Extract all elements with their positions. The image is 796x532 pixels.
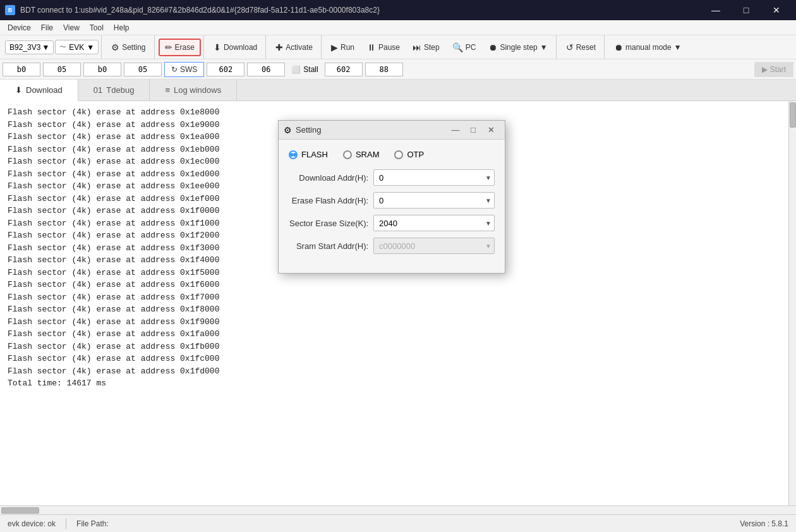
close-button[interactable]: ✕ xyxy=(762,0,791,20)
evk-dropdown[interactable]: 〜 EVK ▼ xyxy=(55,40,99,54)
radio-otp[interactable]: OTP xyxy=(394,150,424,159)
sector-erase-size-arrow[interactable]: ▼ xyxy=(485,220,491,227)
menu-file[interactable]: File xyxy=(36,22,58,33)
tab-download[interactable]: ⬇ Download xyxy=(0,80,78,101)
reg-field-0[interactable]: b0 xyxy=(3,63,40,76)
radio-flash[interactable]: FLASH xyxy=(289,150,328,159)
dialog-minimize-button[interactable]: — xyxy=(447,123,464,138)
tab-tdebug[interactable]: 01 Tdebug xyxy=(78,80,150,100)
log-line: Flash sector (4k) erase at address 0x1f7… xyxy=(8,291,781,304)
dialog-title-bar: ⚙ Setting — □ ✕ xyxy=(279,121,505,140)
manual-mode-arrow: ▼ xyxy=(674,43,682,52)
radio-otp-label: OTP xyxy=(407,150,424,159)
erase-flash-addr-row: Erase Flash Addr(H): ▼ xyxy=(289,192,495,209)
setting-label: Setting xyxy=(122,43,145,52)
log-line: Flash sector (4k) erase at address 0x1fd… xyxy=(8,365,781,378)
tab-log-windows[interactable]: ≡ Log windows xyxy=(150,80,237,100)
log-line: Flash sector (4k) erase at address 0x1f6… xyxy=(8,279,781,291)
log-line: Flash sector (4k) erase at address 0x1f8… xyxy=(8,303,781,316)
reset-icon: ↺ xyxy=(566,42,574,52)
radio-sram-label: SRAM xyxy=(356,150,380,159)
erase-flash-addr-label: Erase Flash Addr(H): xyxy=(289,196,373,205)
erase-flash-addr-input-wrap: ▼ xyxy=(373,192,495,209)
radio-sram-circle xyxy=(343,150,352,159)
download-tab-icon: ⬇ xyxy=(15,85,22,95)
footer: evk device: ok File Path: Version : 5.8.… xyxy=(0,514,796,532)
step-button[interactable]: ⏭ Step xyxy=(407,39,445,56)
evk-dropdown-arrow: ▼ xyxy=(87,43,94,52)
scrollbar-thumb[interactable] xyxy=(790,102,796,128)
download-addr-arrow[interactable]: ▼ xyxy=(485,174,491,181)
reg-field-5[interactable]: 602 xyxy=(207,63,244,76)
download-addr-input[interactable] xyxy=(379,173,485,183)
reg-field-9[interactable]: 88 xyxy=(365,63,403,76)
reg-field-6[interactable]: 06 xyxy=(247,63,285,76)
erase-icon: ✏ xyxy=(165,42,172,52)
stall-icon: ⬜ xyxy=(291,65,301,74)
setting-button[interactable]: ⚙ Setting xyxy=(106,39,151,56)
start-label: Start xyxy=(770,65,786,74)
sws-label: SWS xyxy=(180,65,197,74)
menu-device[interactable]: Device xyxy=(3,22,36,33)
reg-field-2[interactable]: b0 xyxy=(83,63,121,76)
minimize-button[interactable]: — xyxy=(701,0,730,20)
pc-label: PC xyxy=(466,43,476,52)
single-step-button[interactable]: ⏺ Single step ▼ xyxy=(483,39,553,56)
dialog-maximize-button[interactable]: □ xyxy=(464,123,482,138)
menu-tool[interactable]: Tool xyxy=(85,22,109,33)
radio-otp-circle xyxy=(394,150,403,159)
sram-start-addr-input xyxy=(379,241,485,251)
run-button[interactable]: ▶ Run xyxy=(325,39,360,56)
menu-bar: Device File View Tool Help xyxy=(0,20,796,35)
manual-mode-button[interactable]: ⏺ manual mode ▼ xyxy=(608,39,687,56)
menu-view[interactable]: View xyxy=(58,22,85,33)
download-addr-label: Download Addr(H): xyxy=(289,173,373,183)
main-area: Flash sector (4k) erase at address 0x1e8… xyxy=(0,101,796,505)
stall-label: Stall xyxy=(303,65,318,74)
pause-button[interactable]: ⏸ Pause xyxy=(361,39,406,56)
horizontal-scrollbar[interactable] xyxy=(0,505,796,514)
pc-button[interactable]: 🔍 PC xyxy=(447,39,482,56)
tdebug-tab-icon: 01 xyxy=(93,85,102,95)
reset-label: Reset xyxy=(576,43,596,52)
status-bar: b0 05 b0 05 ↻ SWS 602 06 ⬜ Stall 602 88 … xyxy=(0,59,796,80)
reg-field-3[interactable]: 05 xyxy=(124,63,162,76)
download-button[interactable]: ⬇ Download xyxy=(208,39,263,56)
reset-group: ↺ Reset xyxy=(558,35,605,59)
radio-sram[interactable]: SRAM xyxy=(343,150,380,159)
app-icon: B xyxy=(5,5,15,15)
reg-field-1[interactable]: 05 xyxy=(43,63,81,76)
device-group: B92_3V3 ▼ 〜 EVK ▼ xyxy=(3,35,102,59)
run-group: ▶ Run ⏸ Pause ⏭ Step 🔍 PC ⏺ Single step … xyxy=(323,35,557,59)
start-button[interactable]: ▶ Start xyxy=(754,62,793,77)
erase-flash-addr-arrow[interactable]: ▼ xyxy=(485,197,491,204)
maximize-button[interactable]: □ xyxy=(732,0,761,20)
dialog-close-button[interactable]: ✕ xyxy=(482,123,500,138)
step-icon: ⏭ xyxy=(413,42,421,52)
download-addr-row: Download Addr(H): ▼ xyxy=(289,169,495,186)
menu-help[interactable]: Help xyxy=(109,22,135,33)
sws-button[interactable]: ↻ SWS xyxy=(164,62,204,77)
log-windows-tab-icon: ≡ xyxy=(165,85,170,95)
tab-bar: ⬇ Download 01 Tdebug ≡ Log windows xyxy=(0,80,796,101)
run-icon: ▶ xyxy=(331,42,338,52)
erase-button[interactable]: ✏ Erase xyxy=(159,39,201,56)
footer-separator-1 xyxy=(66,519,66,529)
start-icon: ▶ xyxy=(762,65,768,74)
download-label: Download xyxy=(224,43,257,52)
activate-button[interactable]: ✚ Activate xyxy=(270,39,318,56)
device-dropdown[interactable]: B92_3V3 ▼ xyxy=(5,40,54,54)
window-controls: — □ ✕ xyxy=(701,0,791,20)
sector-erase-size-input[interactable] xyxy=(379,219,485,228)
single-step-label: Single step xyxy=(500,43,537,52)
reset-button[interactable]: ↺ Reset xyxy=(560,39,601,56)
manual-mode-icon: ⏺ xyxy=(614,42,623,52)
horizontal-scrollbar-thumb[interactable] xyxy=(1,507,39,514)
device-dropdown-arrow: ▼ xyxy=(42,43,49,52)
main-scrollbar[interactable] xyxy=(788,101,796,505)
sram-start-addr-row: Sram Start Addr(H): ▼ xyxy=(289,238,495,254)
sector-erase-size-row: Sector Erase Size(K): ▼ xyxy=(289,215,495,231)
erase-group: ✏ Erase xyxy=(156,35,204,59)
reg-field-8[interactable]: 602 xyxy=(325,63,363,76)
erase-flash-addr-input[interactable] xyxy=(379,196,485,205)
